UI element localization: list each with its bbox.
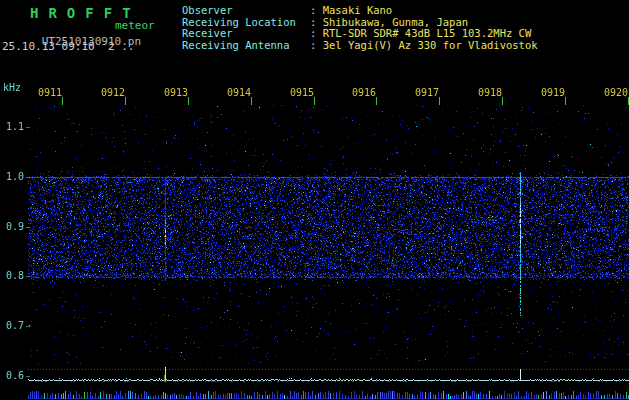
info-value: 3el Yagi(V) Az 330 for Vladivostok [323,39,538,51]
x-tick-label: 0911 [28,87,62,98]
x-tick-mark [376,97,377,105]
y-tick-label: 0.6 [0,370,24,381]
y-tick-mark [26,376,30,377]
observation-datetime: 25.10.13 09:10 2 .. [2,40,134,53]
x-tick-mark [125,97,126,105]
x-tick-label: 0913 [154,87,188,98]
info-value: RTL-SDR SDR# 43dB L15 103.2MHz CW [323,27,532,39]
x-tick-mark [439,97,440,105]
y-tick-label: 0.8 [0,270,24,281]
y-tick-label: 0.9 [0,221,24,232]
y-tick-mark [26,177,30,178]
x-tick-label: 0920 [594,87,628,98]
x-tick-label: 0916 [342,87,376,98]
x-tick-label: 0918 [468,87,502,98]
x-tick-mark [251,97,252,105]
y-tick-label: 0.7 [0,320,24,331]
x-tick-label: 0914 [217,87,251,98]
info-colon: : [310,27,323,39]
activity-ticks-canvas [0,387,629,400]
info-value: Shibukawa, Gunma, Japan [323,16,468,28]
info-value: Masaki Kano [323,4,393,16]
hrofft-spectrogram-image: HROFFT UT2510130910.pn meteor 25.10.13 0… [0,0,629,400]
y-tick-label: 1.0 [0,171,24,182]
x-tick-mark [502,97,503,105]
x-tick-mark [565,97,566,105]
x-tick-label: 0912 [91,87,125,98]
info-label: Receiver [182,28,310,40]
spectrogram-canvas [0,84,629,366]
y-tick-mark [26,127,30,128]
info-colon: : [310,4,323,16]
x-tick-mark [188,97,189,105]
station-tag: meteor [115,19,155,32]
info-row: Receiving Antenna: 3el Yagi(V) Az 330 fo… [182,40,538,52]
info-colon: : [310,39,323,51]
x-tick-label: 0919 [531,87,565,98]
x-tick-label: 0915 [280,87,314,98]
y-tick-mark [26,326,30,327]
info-label: Receiving Antenna [182,40,310,52]
y-tick-mark [26,276,30,277]
signal-level-canvas [0,366,629,387]
y-axis-unit: kHz [3,82,21,93]
info-label: Observer [182,5,310,17]
observation-info: Observer: Masaki KanoReceiving Location:… [182,5,538,51]
y-tick-label: 1.1 [0,121,24,132]
x-tick-mark [314,97,315,105]
y-tick-mark [26,227,30,228]
x-tick-mark [62,97,63,105]
info-colon: : [310,16,323,28]
x-tick-label: 0917 [405,87,439,98]
